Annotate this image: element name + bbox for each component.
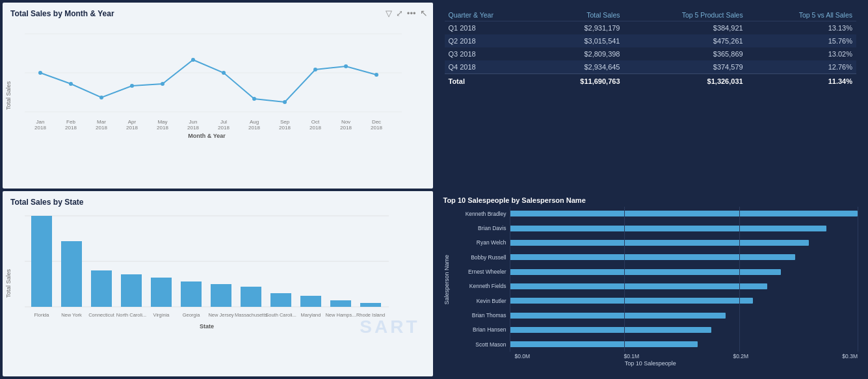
svg-point-9 [130,84,134,88]
cell-total-label: Total [445,74,539,88]
hbar-x-tick-1: $0.1M [624,353,639,359]
hbar-label-3: Bobby Russell [453,254,506,261]
svg-point-6 [38,71,42,75]
svg-point-16 [344,64,348,68]
line-chart-svg: $1.1M $1.0M $0.9M Jan 2018 Feb 2018 Mar … [25,21,402,138]
bar-chart-svg: $4M $2M $0M Florida New York Connecticut… [25,209,402,339]
filter-icon[interactable]: ▽ [386,8,392,18]
svg-point-7 [69,82,73,86]
cell-quarter: Q4 2018 [445,60,539,74]
svg-text:Connecticut: Connecticut [88,312,115,318]
svg-text:New Hamps...: New Hamps... [325,312,356,318]
more-icon[interactable]: ••• [407,8,416,18]
svg-rect-51 [91,270,112,307]
svg-rect-58 [300,296,321,307]
cell-top5: $365,869 [624,47,747,60]
hbar-label-7: Brian Thomas [453,312,506,319]
svg-text:2018: 2018 [126,125,138,131]
hbar-x-title: Top 10 Salespeople [443,360,858,367]
cell-top5: $374,579 [624,60,747,74]
table-row: Q2 2018 $3,015,541 $475,261 15.76% [445,34,857,47]
table-row: Q3 2018 $2,809,398 $365,869 13.02% [445,47,857,60]
svg-text:May: May [157,119,167,125]
cell-top5: $475,261 [624,34,747,47]
svg-text:2018: 2018 [96,125,107,131]
svg-text:Aug: Aug [250,119,259,125]
svg-text:Mar: Mar [97,119,106,125]
svg-text:2018: 2018 [187,125,199,131]
svg-rect-52 [121,274,142,307]
hbar-label-2: Ryan Welch [453,239,506,246]
svg-rect-53 [151,278,172,307]
svg-point-10 [161,82,164,86]
hbar-y-axis-title: Salesperson Name [443,207,453,352]
svg-point-14 [283,100,287,104]
cell-total-sales-sum: $11,690,763 [539,74,624,88]
col-top5: Top 5 Product Sales [624,9,747,21]
svg-text:Dec: Dec [372,119,381,125]
svg-text:Virginia: Virginia [153,312,170,318]
svg-text:2018: 2018 [371,125,382,131]
svg-text:2018: 2018 [279,125,291,131]
table-total-row: Total $11,690,763 $1,326,031 11.34% [445,74,857,88]
svg-point-13 [252,97,256,101]
svg-text:South Caroli...: South Caroli... [265,312,296,318]
svg-text:Florida: Florida [34,312,50,318]
svg-point-17 [375,73,378,77]
cell-total-sales: $2,809,398 [539,47,624,60]
hbar-y-labels: Kenneth Bradley Brian Davis Ryan Welch B… [453,207,510,352]
hbar-x-tick-2: $0.2M [733,353,748,359]
svg-rect-60 [360,303,381,307]
svg-text:2018: 2018 [218,125,230,131]
svg-text:2018: 2018 [157,125,168,131]
svg-text:Massachusetts: Massachusetts [235,312,267,318]
svg-text:Apr: Apr [128,119,137,125]
svg-text:2018: 2018 [248,125,260,131]
svg-text:2018: 2018 [65,125,77,131]
cell-total-sales: $3,015,541 [539,34,624,47]
svg-text:Nov: Nov [341,119,350,125]
col-quarter: Quarter & Year [445,9,539,21]
svg-text:North Caroli...: North Caroli... [116,312,146,318]
cell-total-top5: $1,326,031 [624,74,747,88]
svg-text:Georgia: Georgia [183,312,201,318]
svg-text:Jun: Jun [189,119,198,125]
cell-total-sales: $2,934,645 [539,60,624,74]
y-axis-label: Total Sales [5,81,12,110]
cell-pct: 15.76% [747,34,856,47]
hbar-label-8: Brian Hansen [453,326,506,333]
table-panel: Quarter & Year Total Sales Top 5 Product… [436,3,866,189]
hbar-x-tick-0: $0.0M [515,353,531,359]
cell-quarter: Q3 2018 [445,47,539,60]
cell-pct: 13.13% [747,21,856,35]
svg-text:2018: 2018 [34,125,46,131]
expand-icon[interactable]: ⤢ [396,8,403,18]
col-pct: Top 5 vs All Sales [747,9,856,21]
cell-quarter: Q1 2018 [445,21,539,35]
line-chart-title: Total Sales by Month & Year [10,9,425,18]
hbar-label-9: Scott Mason [453,341,506,348]
svg-rect-57 [270,293,291,307]
svg-rect-50 [61,241,82,307]
chart-toolbar[interactable]: ▽ ⤢ ••• ↖ [386,8,428,18]
bar-chart-panel: Total Sales by State Total Sales $4M $2M… [3,191,433,377]
bar-chart-title: Total Sales by State [10,198,425,207]
svg-point-11 [191,58,195,62]
svg-text:New Jersey: New Jersey [208,312,233,318]
cursor-icon: ↖ [420,8,428,18]
cell-quarter: Q2 2018 [445,34,539,47]
watermark: SART [360,317,419,337]
svg-text:Maryland: Maryland [301,312,321,318]
svg-text:State: State [200,323,214,330]
svg-point-15 [313,68,317,72]
svg-rect-54 [181,281,202,307]
svg-text:Sep: Sep [280,119,290,125]
line-chart-panel: Total Sales by Month & Year ▽ ⤢ ••• ↖ To… [3,3,433,189]
bar-y-axis-label: Total Sales [5,269,12,298]
hbar-title: Top 10 Salespeople by Salesperson Name [443,196,858,204]
sales-table: Quarter & Year Total Sales Top 5 Product… [445,9,857,88]
svg-rect-55 [211,284,231,307]
hbar-label-5: Kenneth Fields [453,283,506,289]
hbar-x-tick-3: $0.3M [842,353,858,359]
table-row: Q1 2018 $2,931,179 $384,921 13.13% [445,21,857,35]
